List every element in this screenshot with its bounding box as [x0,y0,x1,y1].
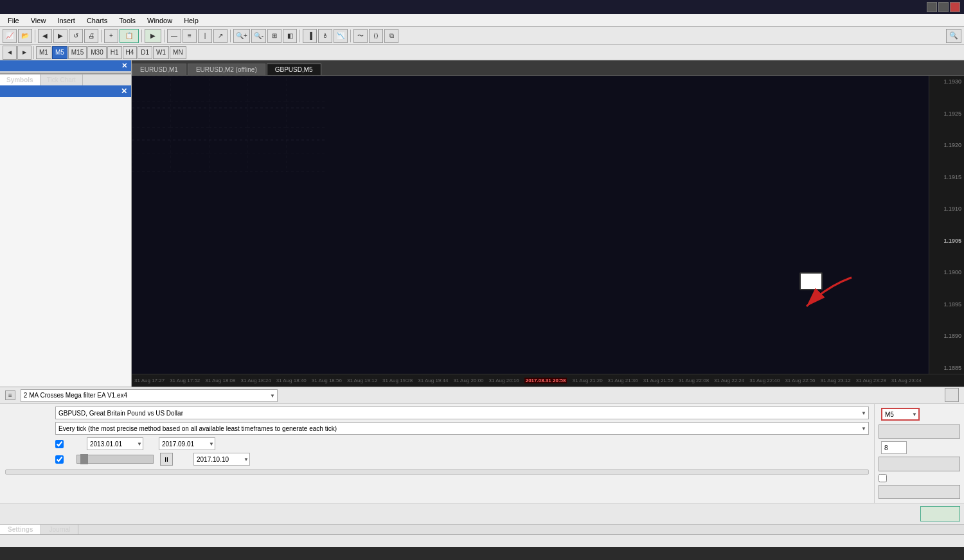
new-chart-btn[interactable]: 📈 [3,29,17,43]
symbol-row: GBPUSD, Great Britain Pound vs US Dollar… [5,407,869,419]
period-spread-row: M5M1M15M30 ▼ [879,408,960,421]
visual-mode-label [55,455,66,464]
main-layout: ✕ Symbols Tick Chart [0,60,964,387]
sep2 [101,30,102,42]
scrollbar-left[interactable]: ◀ [3,46,17,60]
use-date-checkbox[interactable] [55,440,64,448]
market-watch-tabs: Symbols Tick Chart [0,74,131,85]
ea-top-row: ≡ 2 MA Crosses Mega filter EA V1.ex4 ▼ [0,387,964,404]
price-10: 1.1885 [929,365,964,371]
period-m15[interactable]: M15 [68,46,87,59]
title-bar [0,0,964,14]
menu-window[interactable]: Window [142,15,177,26]
pause-button[interactable]: ⏸ [160,453,173,466]
close-button[interactable] [950,2,960,12]
spread-input[interactable] [881,441,907,454]
bp-right-panel: M5M1M15M30 ▼ [874,404,964,503]
nav-close-icon[interactable]: ✕ [121,87,127,96]
from-date-input[interactable] [87,437,143,450]
period-m5[interactable]: M5 [52,46,67,59]
time-19: 31 Aug 23:12 [821,378,851,383]
to-date-input[interactable] [159,437,215,450]
chart-tab-eurusd-m1[interactable]: EURUSD,M1 [132,64,186,75]
modify-expert-button[interactable] [879,485,960,499]
time-14: 31 Aug 21:52 [643,378,674,383]
menu-help[interactable]: Help [179,15,204,26]
progress-area [5,469,869,475]
open-chart-button[interactable] [879,457,960,471]
sep3 [141,30,142,42]
tab-tick-chart[interactable]: Tick Chart [40,74,83,85]
chart-canvas[interactable]: 1.1930 1.1925 1.1920 1.1915 1.1910 1.190… [132,76,964,374]
mw-close-icon[interactable]: ✕ [121,62,127,70]
menu-insert[interactable]: Insert [52,15,80,26]
period-m30[interactable]: M30 [87,46,106,59]
period-h1[interactable]: H1 [107,46,122,59]
print-btn[interactable]: 🖨 [84,29,98,43]
bp-left: GBPUSD, Great Britain Pound vs US Dollar… [0,404,874,503]
ea-dropdown[interactable]: 2 MA Crosses Mega filter EA V1.ex4 [21,389,278,402]
candle-btn[interactable]: 🕯 [318,29,332,43]
start-button[interactable] [920,506,960,521]
menu-charts[interactable]: Charts [82,15,112,26]
arrow-btn[interactable]: ↗ [213,29,228,43]
menu-file[interactable]: File [3,15,24,26]
hline-btn[interactable]: ≡ [183,29,197,43]
indicator-btn[interactable]: 〜 [353,29,368,43]
maximize-button[interactable] [938,2,949,12]
tab-journal[interactable]: Journal [41,525,78,534]
period-m1[interactable]: M1 [36,46,51,59]
vline-btn[interactable]: | [198,29,212,43]
scrollbar-right[interactable]: ▶ [17,46,31,60]
zoom-out-btn[interactable]: 🔍- [251,29,266,43]
optimization-checkbox[interactable] [879,474,887,482]
forward-btn[interactable]: ▶ [53,29,67,43]
period-w1[interactable]: W1 [153,46,169,59]
spread-row [879,441,960,454]
new-order-btn tb-btn-wide[interactable]: 📋 [120,29,139,43]
period-mn[interactable]: MN [170,46,186,59]
back-btn[interactable]: ◀ [38,29,52,43]
bottom-panel: ≡ 2 MA Crosses Mega filter EA V1.ex4 ▼ G… [0,387,964,534]
time-4: 31 Aug 18:24 [240,378,271,383]
autotrading-btn[interactable]: ▶ [145,29,161,43]
expert-properties-button[interactable] [945,388,959,402]
symbol-properties-button[interactable] [879,424,960,439]
ea-dropdown-wrapper: 2 MA Crosses Mega filter EA V1.ex4 ▼ [21,389,278,402]
skip-to-input[interactable] [193,453,250,466]
price-5: 1.1910 [929,206,964,212]
chart-tab-gbpusd-m5[interactable]: GBPUSD,M5 [267,64,321,75]
model-row: Every tick (the most precise method base… [5,422,869,435]
period-sep-btn[interactable]: ⟨⟩ [369,29,383,43]
menu-tools[interactable]: Tools [114,15,141,26]
zoom-in-btn[interactable]: 🔍+ [233,29,250,43]
visual-mode-checkbox[interactable] [55,455,64,464]
symbol-dropdown[interactable]: GBPUSD, Great Britain Pound vs US Dollar [55,407,869,419]
template-btn[interactable]: ⧉ [384,29,398,43]
period-dropdown[interactable]: M5M1M15M30 [881,408,920,421]
line-btn[interactable]: — [167,29,181,43]
search-btn[interactable]: 🔍 [946,29,961,43]
market-watch: ✕ [0,60,131,74]
chart-shift-btn[interactable]: ◧ [283,29,297,43]
menu-view[interactable]: View [26,15,51,26]
chart-tab-eurusd-m2[interactable]: EURUSD,M2 (offline) [188,64,265,75]
line-chart-btn[interactable]: 📉 [334,29,348,43]
crosshair-btn[interactable]: + [104,29,118,43]
time-5: 31 Aug 18:40 [276,378,307,383]
slider-thumb[interactable] [80,454,88,464]
col-ask [87,71,131,73]
model-dropdown[interactable]: Every tick (the most precise method base… [55,422,869,435]
bar-chart-btn[interactable]: ▐ [303,29,317,43]
grid-btn[interactable]: ⊞ [267,29,281,43]
period-h4[interactable]: H4 [123,46,138,59]
refresh-btn[interactable]: ↺ [69,29,83,43]
period-d1[interactable]: D1 [138,46,152,59]
tab-symbols[interactable]: Symbols [0,74,40,85]
visual-slider[interactable] [76,455,154,464]
use-date-checkbox-label [55,440,66,448]
open-btn[interactable]: 📂 [18,29,32,43]
minimize-button[interactable] [927,2,937,12]
tab-settings[interactable]: Settings [0,525,41,534]
expert-properties-btn-wrapper [945,388,959,403]
